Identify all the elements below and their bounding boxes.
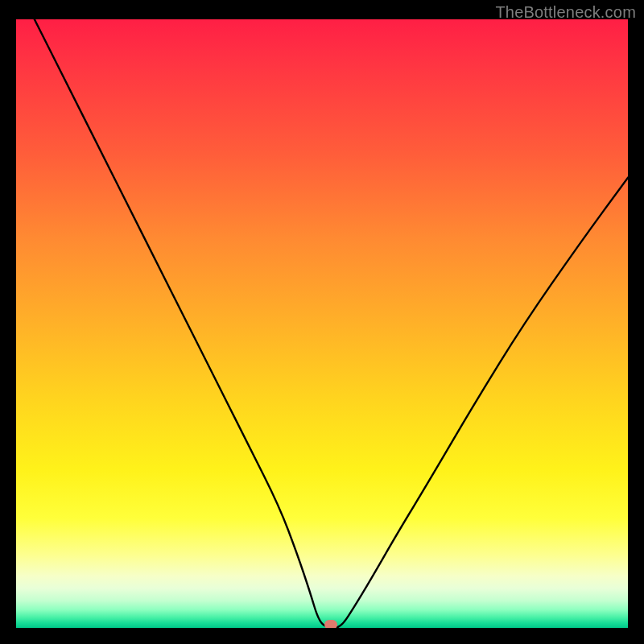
curve-path — [35, 19, 628, 628]
plot-area — [16, 19, 628, 628]
watermark-text: TheBottleneck.com — [495, 3, 636, 22]
optimal-point-marker — [324, 620, 337, 628]
chart-stage: TheBottleneck.com — [0, 0, 644, 644]
bottleneck-curve — [16, 19, 628, 628]
